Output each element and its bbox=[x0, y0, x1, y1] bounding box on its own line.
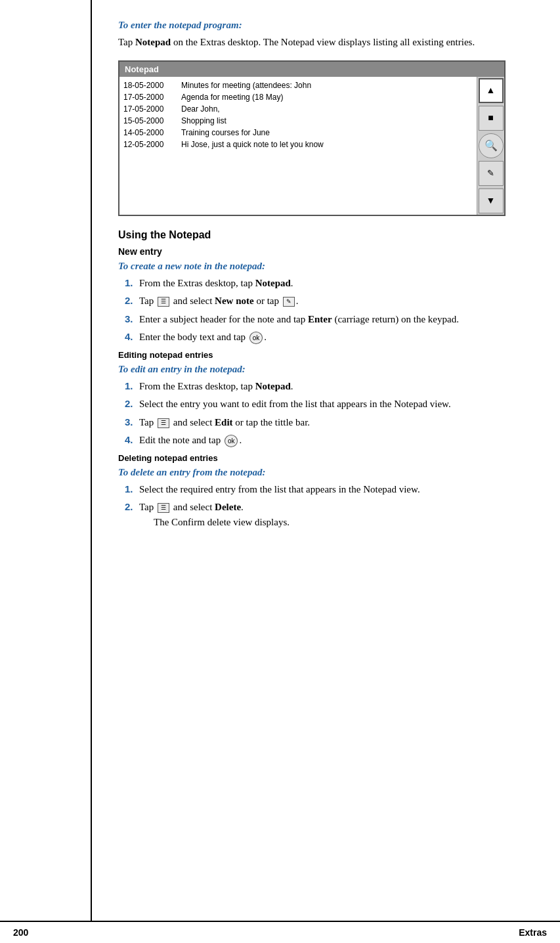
step-number: 1. bbox=[125, 276, 137, 291]
notepad-bold: Notepad bbox=[255, 381, 291, 391]
table-row: 15-05-2000 Shopping list bbox=[123, 115, 473, 127]
menu-icon: ☰ bbox=[158, 297, 169, 307]
delete-entry-heading: To delete an entry from the notepad: bbox=[118, 467, 534, 478]
row-desc: Dear John, bbox=[181, 104, 220, 114]
row-desc: Training courses for June bbox=[181, 128, 270, 137]
step-number: 2. bbox=[125, 397, 137, 412]
intro-paragraph: Tap Notepad on the Extras desktop. The N… bbox=[118, 35, 534, 50]
step-text: From the Extras desktop, tap Notepad. bbox=[139, 379, 534, 394]
row-date: 15-05-2000 bbox=[123, 116, 173, 125]
row-desc: Shopping list bbox=[181, 116, 226, 125]
step-number: 3. bbox=[125, 415, 137, 430]
step-number: 4. bbox=[125, 433, 137, 448]
step-number: 1. bbox=[125, 379, 137, 394]
step-text: From the Extras desktop, tap Notepad. bbox=[139, 276, 534, 291]
using-notepad-heading: Using the Notepad bbox=[118, 229, 534, 241]
delete-steps-list: 1. Select the required entry from the li… bbox=[125, 482, 534, 530]
edit-bold: Edit bbox=[215, 417, 233, 428]
row-date: 17-05-2000 bbox=[123, 104, 173, 114]
delete-step-1: 1. Select the required entry from the li… bbox=[125, 482, 534, 497]
create-step-3: 3. Enter a subject header for the note a… bbox=[125, 312, 534, 327]
row-date: 14-05-2000 bbox=[123, 128, 173, 137]
search-button[interactable]: 🔍 bbox=[479, 133, 504, 158]
notepad-header: Notepad bbox=[119, 62, 504, 77]
row-desc: Agenda for meeting (18 May) bbox=[181, 93, 283, 102]
new-note-bold: New note bbox=[215, 296, 254, 306]
step-text: Tap ☰ and select Delete. The Confirm del… bbox=[139, 500, 534, 529]
create-step-1: 1. From the Extras desktop, tap Notepad. bbox=[125, 276, 534, 291]
list-icon-button[interactable]: ■ bbox=[479, 106, 504, 131]
page-number: 200 bbox=[13, 927, 28, 938]
step-number: 1. bbox=[125, 482, 137, 497]
step-number: 4. bbox=[125, 330, 137, 345]
edit-step-1: 1. From the Extras desktop, tap Notepad. bbox=[125, 379, 534, 394]
table-row: 17-05-2000 Dear John, bbox=[123, 103, 473, 115]
notepad-bold: Notepad bbox=[255, 278, 291, 288]
section-label: Extras bbox=[519, 927, 547, 938]
row-desc: Hi Jose, just a quick note to let you kn… bbox=[181, 140, 324, 149]
scroll-down-button[interactable]: ▼ bbox=[479, 188, 504, 213]
table-row: 17-05-2000 Agenda for meeting (18 May) bbox=[123, 91, 473, 103]
step-text: Enter a subject header for the note and … bbox=[139, 312, 534, 327]
row-desc: Minutes for meeting (attendees: John bbox=[181, 81, 311, 90]
deleting-heading: Deleting notepad entries bbox=[118, 453, 534, 463]
ok-icon: ok bbox=[225, 435, 238, 447]
new-entry-heading: New entry bbox=[118, 246, 534, 257]
table-row: 18-05-2000 Minutes for meeting (attendee… bbox=[123, 79, 473, 91]
create-step-2: 2. Tap ☰ and select New note or tap ✎. bbox=[125, 294, 534, 309]
row-date: 18-05-2000 bbox=[123, 81, 173, 90]
table-row: 14-05-2000 Training courses for June bbox=[123, 127, 473, 139]
notepad-list: 18-05-2000 Minutes for meeting (attendee… bbox=[119, 77, 477, 215]
notepad-sidebar: ▲ ■ 🔍 ✎ ▼ bbox=[477, 77, 504, 215]
edit-entry-heading: To edit an entry in the notepad: bbox=[118, 364, 534, 375]
create-note-heading: To create a new note in the notepad: bbox=[118, 261, 534, 272]
page-footer: 200 Extras bbox=[0, 921, 560, 943]
create-steps-list: 1. From the Extras desktop, tap Notepad.… bbox=[125, 276, 534, 345]
new-note-icon: ✎ bbox=[283, 297, 295, 307]
delete-bold: Delete bbox=[215, 502, 241, 512]
notepad-bold-1: Notepad bbox=[135, 37, 171, 47]
edit-step-4: 4. Edit the note and tap ok. bbox=[125, 433, 534, 448]
left-margin bbox=[0, 0, 92, 921]
edit-step-3: 3. Tap ☰ and select Edit or tap the titt… bbox=[125, 415, 534, 430]
delete-step-2: 2. Tap ☰ and select Delete. The Confirm … bbox=[125, 500, 534, 529]
step-text: Edit the note and tap ok. bbox=[139, 433, 534, 448]
content-area: To enter the notepad program: Tap Notepa… bbox=[92, 0, 560, 921]
step-text: Select the required entry from the list … bbox=[139, 482, 534, 497]
edit-icon-button[interactable]: ✎ bbox=[479, 161, 504, 186]
notepad-body: 18-05-2000 Minutes for meeting (attendee… bbox=[119, 77, 504, 215]
confirm-text: The Confirm delete view displays. bbox=[154, 517, 290, 527]
editing-heading: Editing notepad entries bbox=[118, 350, 534, 360]
enter-bold: Enter bbox=[308, 314, 332, 324]
step-text: Enter the body text and tap ok. bbox=[139, 330, 534, 345]
scroll-up-button[interactable]: ▲ bbox=[479, 78, 504, 103]
edit-steps-list: 1. From the Extras desktop, tap Notepad.… bbox=[125, 379, 534, 448]
edit-step-2: 2. Select the entry you want to edit fro… bbox=[125, 397, 534, 412]
table-row: 12-05-2000 Hi Jose, just a quick note to… bbox=[123, 139, 473, 150]
menu-icon: ☰ bbox=[158, 503, 169, 513]
notepad-screenshot: Notepad 18-05-2000 Minutes for meeting (… bbox=[118, 60, 506, 216]
ok-icon: ok bbox=[249, 332, 263, 344]
enter-program-heading: To enter the notepad program: bbox=[118, 20, 534, 31]
step-number: 2. bbox=[125, 294, 137, 309]
row-date: 17-05-2000 bbox=[123, 93, 173, 102]
row-date: 12-05-2000 bbox=[123, 140, 173, 149]
create-step-4: 4. Enter the body text and tap ok. bbox=[125, 330, 534, 345]
step-text: Select the entry you want to edit from t… bbox=[139, 397, 534, 412]
step-text: Tap ☰ and select New note or tap ✎. bbox=[139, 294, 534, 309]
menu-icon: ☰ bbox=[158, 418, 169, 428]
step-number: 2. bbox=[125, 500, 137, 515]
step-number: 3. bbox=[125, 312, 137, 327]
step-text: Tap ☰ and select Edit or tap the tittle … bbox=[139, 415, 534, 430]
